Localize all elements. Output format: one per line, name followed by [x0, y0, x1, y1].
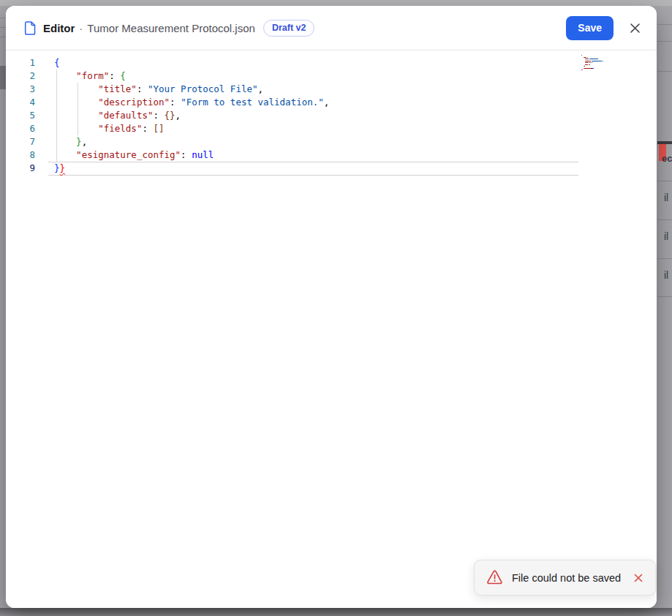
line-number[interactable]: 1: [6, 56, 35, 70]
minimap-bar: [585, 61, 590, 61]
warning-icon: [486, 570, 503, 585]
line-number[interactable]: 6: [6, 122, 35, 135]
code-line[interactable]: "description": "Form to test validation.…: [50, 96, 329, 109]
code-line[interactable]: },: [50, 135, 87, 149]
minimap-bar: [584, 68, 591, 69]
line-number[interactable]: 4: [6, 96, 35, 109]
background-page-top: [0, 0, 672, 6]
code-line[interactable]: "esignature_config": null: [50, 149, 214, 162]
minimap-bar: [585, 62, 589, 63]
code-editor[interactable]: 123456789 { "form": { "title": "Your Pro…: [6, 50, 657, 608]
background-divider: [657, 181, 672, 181]
minimap-bar: [592, 62, 592, 63]
background-divider: [657, 24, 672, 25]
title-separator: ·: [79, 22, 83, 34]
background-text-fragment: il: [664, 269, 668, 281]
minimap-bar: [582, 70, 583, 70]
background-text-fragment: il: [664, 230, 668, 242]
minimap[interactable]: [580, 55, 624, 74]
background-divider: [657, 296, 672, 297]
file-icon: [23, 20, 37, 36]
current-line-highlight: [48, 162, 578, 176]
minimap-bar: [597, 59, 598, 59]
code-line[interactable]: "title": "Your Protocol File",: [50, 83, 263, 96]
save-button[interactable]: Save: [566, 16, 614, 40]
background-text-fragment: il: [664, 192, 668, 203]
modal-title: Editor: [43, 22, 75, 34]
background-divider: [657, 41, 672, 42]
minimap-bar: [584, 66, 585, 67]
filename-label: Tumor Measurement Protocol.json: [87, 22, 255, 34]
line-number[interactable]: 5: [6, 109, 35, 122]
close-icon: [630, 23, 641, 34]
toast-message: File could not be saved: [512, 572, 621, 584]
background-divider: [657, 219, 672, 220]
line-number[interactable]: 9: [6, 162, 35, 175]
background-divider: [657, 258, 672, 259]
editor-modal: Editor · Tumor Measurement Protocol.json…: [6, 6, 657, 608]
line-number[interactable]: 8: [6, 149, 35, 162]
toast-close-icon: [634, 574, 643, 582]
line-number[interactable]: 2: [6, 70, 35, 83]
background-text-fragment: ec: [662, 153, 672, 164]
error-toast: File could not be saved: [474, 560, 656, 596]
background-selected-item: [0, 66, 6, 89]
minimap-bar: [587, 57, 588, 58]
background-divider: [0, 18, 6, 18]
toast-close-button[interactable]: [632, 571, 645, 585]
modal-header: Editor · Tumor Measurement Protocol.json…: [6, 6, 657, 50]
minimap-bar: [585, 64, 588, 65]
code-line[interactable]: "fields": []: [50, 122, 165, 135]
minimap-bar: [581, 55, 582, 56]
draft-version-badge: Draft v2: [263, 20, 315, 37]
minimap-bar: [592, 68, 594, 69]
background-divider: [0, 37, 6, 37]
minimap-bar: [588, 59, 589, 59]
minimap-bar: [603, 61, 603, 61]
minimap-bar: [589, 64, 590, 65]
line-number[interactable]: 7: [6, 135, 35, 149]
minimap-bar: [589, 59, 597, 59]
background-page-bottom: [0, 608, 672, 616]
code-line[interactable]: }}: [50, 162, 65, 175]
minimap-bar: [592, 61, 602, 61]
close-button[interactable]: [627, 20, 642, 35]
code-line[interactable]: {: [50, 56, 60, 70]
background-divider: [0, 27, 6, 28]
code-line[interactable]: "defaults": {},: [50, 109, 181, 122]
line-number[interactable]: 3: [6, 83, 35, 96]
background-divider: [657, 71, 672, 72]
code-line[interactable]: "form": {: [50, 70, 126, 83]
